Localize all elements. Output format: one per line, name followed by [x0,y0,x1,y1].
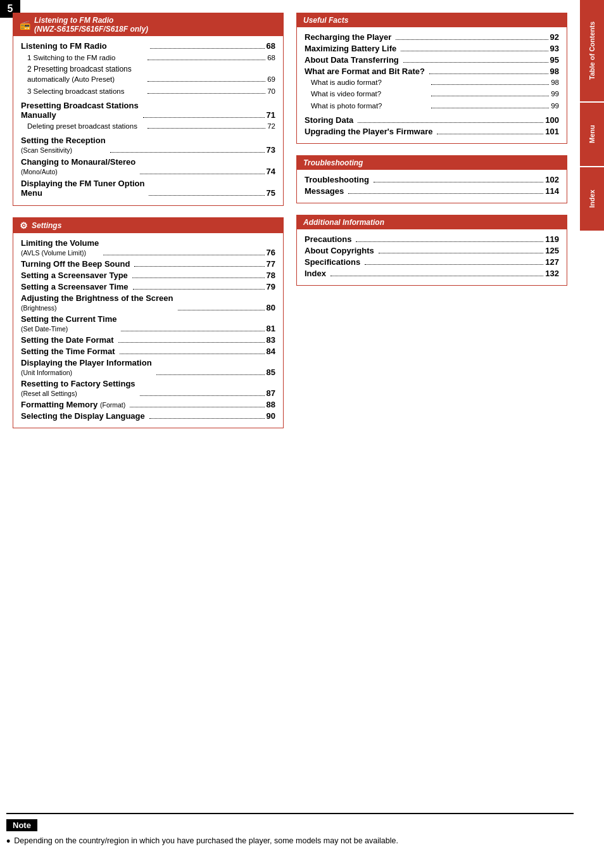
useful-facts-header: Useful Facts [297,13,567,27]
useful-facts-header-text: Useful Facts [303,16,348,25]
entry-page: 114 [545,186,559,196]
sub-entry-title: What is photo format? [305,101,429,112]
additional-info-section: Additional Information Precautions 119 A… [296,215,567,286]
entry-page: 71 [267,110,275,120]
entry-page: 101 [545,127,559,136]
entry-page: 78 [267,271,275,280]
bullet-icon: • [6,835,10,849]
sidebar-tab-index[interactable]: Index [580,167,604,231]
entry-subtitle: (AVLS (Volume Limit)) [21,249,86,257]
two-column-layout: 📻 Listening to FM Radio(NWZ-S615F/S616F/… [13,13,567,440]
entry-title: Changing to Monaural/Stereo [21,157,135,167]
entry-page: 132 [545,269,559,278]
entry-subtitle: (Mono/Auto) [21,168,58,176]
list-item: Resetting to Factory Settings (Reset all… [21,379,275,398]
list-item: Upgrading the Player's Firmware 101 [305,127,559,136]
entry-title: Setting the Date Format [21,335,114,345]
useful-facts-section: Useful Facts Recharging the Player 92 Ma… [296,13,567,144]
entry-title: Specifications [305,257,360,267]
fm-radio-icon: 📻 [20,20,30,30]
entry-title: Upgrading the Player's Firmware [305,127,432,136]
sidebar-tab-contents-label: Table of Contents [588,22,596,80]
list-item: Troubleshooting 102 [305,175,559,184]
right-column: Useful Facts Recharging the Player 92 Ma… [296,13,567,440]
list-item: Setting a Screensaver Time 79 [21,282,275,291]
entry-title: What are Format and Bit Rate? [305,67,425,76]
list-item: Formatting Memory (Format) 88 [21,400,275,409]
entry-page: 77 [267,259,275,269]
entry-page: 74 [267,167,275,176]
entry-subtitle: (Set Date-Time) [21,325,68,333]
list-item: About Copyrights 125 [305,246,559,255]
sidebar-tabs: Table of Contents Menu Index [580,0,604,868]
note-box: Note • Depending on the country/region i… [6,813,574,849]
entry-page: 127 [545,257,559,267]
entry-title: Setting a Screensaver Time [21,282,129,291]
entry-page: 90 [267,411,275,421]
entry-page: 79 [267,282,275,291]
additional-info-header-text: Additional Information [303,218,384,227]
entry-title: Setting the Reception [21,136,106,145]
entry-page: 119 [545,234,559,244]
entry-page: 87 [267,388,275,398]
list-item: Adjusting the Brightness of the Screen (… [21,293,275,312]
list-item: What is audio format? 98 [305,77,559,88]
additional-info-content: Precautions 119 About Copyrights 125 [297,229,567,285]
sidebar-tab-menu[interactable]: Menu [580,103,604,166]
sub-entry-page: 69 [267,74,275,85]
settings-icon: ⚙ [20,220,28,231]
note-text: Depending on the country/region in which… [14,835,398,847]
note-content: • Depending on the country/region in whi… [6,835,574,849]
fm-radio-content: Listening to FM Radio 68 1 Switching to … [13,36,283,205]
list-item: About Data Transferring 95 [305,55,559,65]
sub-entry-title: What is audio format? [305,77,429,88]
list-item: Setting the Time Format 84 [21,347,275,356]
fm-radio-header-text: Listening to FM Radio(NWZ-S615F/S616F/S6… [34,16,148,34]
list-item: Setting a Screensaver Type 78 [21,271,275,280]
list-item: Listening to FM Radio 68 [21,41,275,51]
list-item: What is photo format? 99 [305,101,559,112]
fm-radio-header: 📻 Listening to FM Radio(NWZ-S615F/S616F/… [13,13,283,36]
settings-content: Limiting the Volume (AVLS (Volume Limit)… [13,233,283,428]
troubleshooting-header: Troubleshooting [297,156,567,170]
entry-title: Formatting Memory (Format) [21,400,125,409]
entry-title: Storing Data [305,115,353,125]
entry-page: 85 [267,367,275,377]
list-item: Turning Off the Beep Sound 77 [21,259,275,269]
entry-title: Adjusting the Brightness of the Screen [21,293,173,303]
sidebar-tab-contents[interactable]: Table of Contents [580,0,604,101]
settings-header-text: Settings [32,221,61,230]
entry-subtitle: (Unit Information) [21,369,72,376]
entry-title: Resetting to Factory Settings [21,379,135,388]
entry-title: Precautions [305,234,351,244]
sub-entry-title: 3 Selecting broadcast stations [21,86,146,97]
list-item: 1 Switching to the FM radio 68 [21,53,275,63]
sidebar-tab-index-label: Index [588,190,596,208]
entry-title: Index [305,269,326,278]
list-item: Index 132 [305,269,559,278]
sub-entry-title: automatically (Auto Preset) [21,74,146,85]
sub-entry-page: 99 [551,89,559,99]
list-item: Precautions 119 [305,234,559,244]
entry-subtitle: (Brightness) [21,304,57,312]
entry-title: Setting the Time Format [21,347,115,356]
sub-entry-title: 1 Switching to the FM radio [21,53,146,63]
settings-section: ⚙ Settings Limiting the Volume (AVLS (Vo… [13,217,284,428]
list-item: What are Format and Bit Rate? 98 [305,67,559,76]
entry-title: Messages [305,186,344,196]
list-item: What is video format? 99 [305,89,559,99]
list-item: Selecting the Display Language 90 [21,411,275,421]
list-item: Setting the Current Time (Set Date-Time)… [21,314,275,333]
entry-title: Turning Off the Beep Sound [21,259,130,269]
entry-page: 73 [267,145,275,155]
list-item: Limiting the Volume (AVLS (Volume Limit)… [21,238,275,257]
entry-subtitle: (Reset all Settings) [21,390,77,397]
list-item: Displaying the FM Tuner Option Menu 75 [21,179,275,198]
list-item: Setting the Reception (Scan Sensitivity)… [21,136,275,155]
sub-entry-page: 70 [267,86,275,97]
entry-page: 98 [550,67,559,76]
entry-page: 84 [267,347,275,356]
list-item: Displaying the Player Information (Unit … [21,358,275,377]
left-column: 📻 Listening to FM Radio(NWZ-S615F/S616F/… [13,13,284,440]
entry-title: Setting the Current Time [21,314,116,324]
